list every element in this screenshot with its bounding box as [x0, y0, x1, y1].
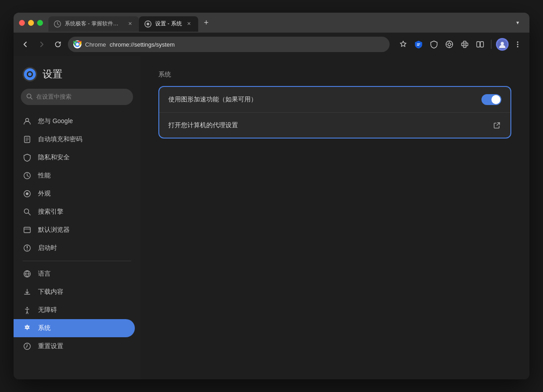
- browser-window: 系统极客 - 掌握软件技能 ✕ 设置 - 系统 ✕ + ▾: [14, 13, 529, 379]
- sidebar: 设置 在设置中搜索 您与 Go: [14, 56, 140, 379]
- svg-rect-13: [477, 42, 480, 47]
- tab-2-title: 设置 - 系统: [155, 20, 182, 28]
- settings-search[interactable]: 在设置中搜索: [21, 89, 133, 105]
- sidebar-item-accessibility[interactable]: 无障碍: [14, 301, 135, 319]
- settings-content: 系统 使用图形加速功能（如果可用） 打开您计算机的代理设置: [140, 56, 529, 379]
- svg-rect-12: [463, 43, 466, 46]
- svg-point-19: [517, 46, 519, 48]
- sidebar-item-performance[interactable]: 性能: [14, 167, 135, 185]
- svg-point-29: [26, 192, 29, 195]
- system-icon: [23, 324, 32, 333]
- svg-rect-11: [463, 46, 466, 48]
- sidebar-item-language-label: 语言: [38, 270, 51, 278]
- svg-point-23: [28, 72, 32, 76]
- bookmark-icon[interactable]: [397, 38, 410, 51]
- omnibox[interactable]: Chrome chrome://settings/system: [68, 37, 390, 52]
- proxy-settings-row[interactable]: 打开您计算机的代理设置: [159, 112, 510, 138]
- svg-point-36: [26, 326, 28, 328]
- startup-icon: [23, 244, 32, 253]
- tab-1-title: 系统极客 - 掌握软件技能: [65, 20, 123, 28]
- svg-rect-14: [481, 42, 484, 47]
- svg-point-18: [517, 44, 519, 45]
- back-button[interactable]: [19, 38, 32, 51]
- new-tab-button[interactable]: +: [200, 16, 213, 29]
- toolbar-icons: [397, 38, 524, 51]
- gpu-acceleration-label: 使用图形加速功能（如果可用）: [168, 96, 481, 104]
- sidebar-item-google[interactable]: 您与 Google: [14, 112, 135, 130]
- sidebar-header: 设置: [14, 56, 140, 89]
- tab-1-close[interactable]: ✕: [126, 20, 133, 28]
- tab-2-close[interactable]: ✕: [186, 20, 193, 28]
- nav-divider: [23, 261, 131, 261]
- svg-rect-9: [463, 41, 466, 43]
- downloads-icon: [23, 287, 32, 296]
- forward-button[interactable]: [35, 38, 48, 51]
- sidebar-item-search[interactable]: 搜索引擎: [14, 203, 135, 221]
- tab-1-icon: [54, 20, 61, 28]
- main-content: 设置 在设置中搜索 您与 Go: [14, 56, 529, 379]
- language-icon: [23, 269, 32, 278]
- browser-icon: [23, 225, 32, 234]
- svg-point-7: [448, 43, 451, 46]
- svg-point-30: [24, 209, 29, 214]
- sidebar-item-startup[interactable]: 启动时: [14, 239, 135, 257]
- sidebar-item-downloads[interactable]: 下载内容: [14, 283, 135, 301]
- minimize-button[interactable]: [28, 20, 34, 26]
- sidebar-item-downloads-label: 下载内容: [38, 288, 63, 296]
- close-button[interactable]: [19, 20, 25, 26]
- bitwarden-icon[interactable]: [412, 38, 425, 51]
- gpu-toggle-action: [481, 94, 501, 105]
- sidebar-item-browser[interactable]: 默认浏览器: [14, 221, 135, 239]
- svg-rect-10: [466, 43, 468, 46]
- sidebar-item-system[interactable]: 系统: [14, 319, 135, 337]
- traffic-lights: [19, 20, 43, 26]
- sidebar-item-privacy-label: 隐私和安全: [38, 153, 70, 162]
- sidebar-item-performance-label: 性能: [38, 172, 51, 180]
- menu-button[interactable]: [511, 38, 524, 51]
- sidebar-item-autofill[interactable]: 自动填充和密码: [14, 130, 135, 148]
- sidebar-item-browser-label: 默认浏览器: [38, 226, 70, 234]
- sidebar-item-language[interactable]: 语言: [14, 265, 135, 283]
- tab-list-button[interactable]: ▾: [511, 16, 524, 29]
- svg-point-2: [147, 23, 149, 25]
- svg-point-17: [517, 42, 519, 43]
- sidebar-item-system-label: 系统: [38, 324, 51, 332]
- tab-2[interactable]: 设置 - 系统 ✕: [139, 16, 198, 32]
- ai-icon[interactable]: [443, 38, 456, 51]
- reset-icon: [23, 342, 32, 351]
- extensions-icon[interactable]: [458, 38, 471, 51]
- sidebar-item-search-label: 搜索引擎: [38, 208, 63, 216]
- proxy-link-action: [492, 121, 501, 130]
- person-icon: [23, 117, 32, 126]
- sidebar-item-appearance[interactable]: 外观: [14, 185, 135, 203]
- sidebar-item-appearance-label: 外观: [38, 190, 51, 198]
- address-url: chrome://settings/system: [110, 41, 384, 48]
- browser-brand: Chrome: [85, 41, 106, 48]
- settings-card: 使用图形加速功能（如果可用） 打开您计算机的代理设置: [158, 86, 511, 139]
- toolbar-divider: [491, 40, 491, 49]
- sidebar-item-autofill-label: 自动填充和密码: [38, 135, 82, 143]
- search-engine-icon: [23, 207, 32, 216]
- tab-1[interactable]: 系统极客 - 掌握软件技能 ✕: [48, 16, 139, 32]
- gpu-acceleration-row: 使用图形加速功能（如果可用）: [159, 87, 510, 112]
- avatar-icon[interactable]: [496, 38, 509, 51]
- sidebar-item-startup-label: 启动时: [38, 244, 57, 252]
- maximize-button[interactable]: [37, 20, 43, 26]
- svg-point-5: [76, 43, 79, 46]
- appearance-icon: [23, 189, 32, 198]
- search-placeholder: 在设置中搜索: [36, 93, 71, 101]
- sidebar-item-reset[interactable]: 重置设置: [14, 337, 135, 355]
- svg-rect-31: [24, 227, 30, 233]
- titlebar: 系统极客 - 掌握软件技能 ✕ 设置 - 系统 ✕ + ▾: [14, 13, 529, 33]
- proxy-settings-label: 打开您计算机的代理设置: [168, 121, 492, 129]
- gpu-toggle[interactable]: [481, 94, 501, 105]
- sidebar-item-reset-label: 重置设置: [38, 342, 63, 350]
- section-title: 系统: [158, 71, 511, 79]
- split-screen-icon[interactable]: [474, 38, 486, 51]
- sidebar-item-accessibility-label: 无障碍: [38, 306, 57, 314]
- sidebar-item-privacy[interactable]: 隐私和安全: [14, 148, 135, 167]
- svg-rect-8: [462, 43, 463, 46]
- reload-button[interactable]: [52, 38, 64, 51]
- shield-icon[interactable]: [428, 38, 440, 51]
- svg-point-35: [27, 307, 28, 308]
